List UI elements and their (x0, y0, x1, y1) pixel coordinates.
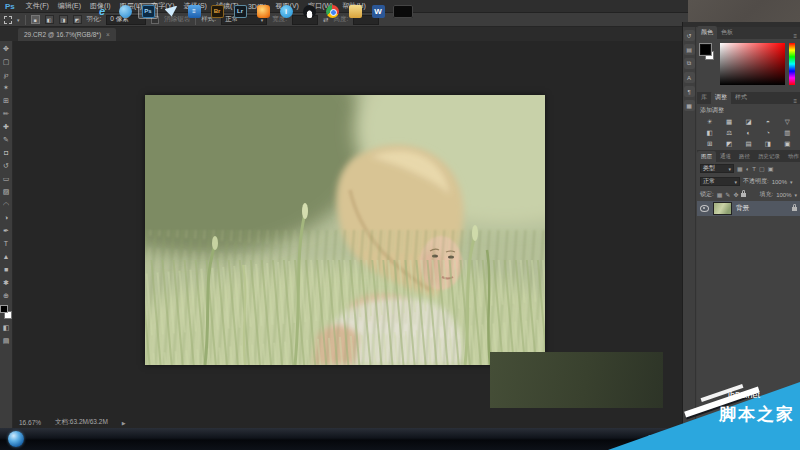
photoshop-icon[interactable]: Ps (138, 3, 158, 19)
character-panel-icon[interactable]: A (684, 72, 695, 83)
chrome-icon[interactable] (322, 3, 342, 19)
gradient-tool[interactable]: ▨ (0, 185, 13, 198)
hue-slider[interactable] (789, 43, 795, 85)
hue-saturation-adjustment-icon[interactable]: ◧ (700, 128, 719, 137)
clone-source-panel-icon[interactable]: ⧉ (684, 58, 695, 69)
dodge-tool[interactable]: ◑ (0, 211, 13, 224)
lock-position-icon[interactable]: ✥ (733, 191, 738, 198)
shape-tool[interactable]: ■ (0, 263, 13, 276)
blur-tool[interactable]: ◠ (0, 198, 13, 211)
saturation-field[interactable] (720, 43, 785, 85)
status-menu-arrow-icon[interactable]: ▶ (122, 420, 126, 426)
color-swatches[interactable] (0, 304, 13, 321)
type-tool[interactable]: T (0, 237, 13, 250)
hand-tool[interactable]: ✱ (0, 276, 13, 289)
selection-mode-intersect-button[interactable]: ◩ (73, 15, 82, 24)
posterize-adjustment-icon[interactable]: ▤ (739, 139, 758, 148)
lock-image-icon[interactable]: ✎ (725, 191, 730, 198)
foxmail-icon[interactable] (253, 3, 273, 19)
bridge-icon[interactable]: Br (207, 3, 227, 19)
rectangular-marquee-tool[interactable]: ▢ (0, 55, 13, 68)
menu-file[interactable]: 文件(F) (26, 1, 49, 11)
opacity-value[interactable]: 100% (772, 179, 787, 185)
crop-tool[interactable]: ⊞ (0, 94, 13, 107)
history-panel-icon[interactable]: ↺ (684, 30, 695, 41)
lock-transparency-icon[interactable]: ▦ (717, 191, 723, 198)
preview-window-icon[interactable] (391, 3, 415, 19)
history-brush-tool[interactable]: ↺ (0, 159, 13, 172)
tool-preset-arrow-icon[interactable]: ▾ (17, 17, 20, 23)
threshold-adjustment-icon[interactable]: ◨ (758, 139, 777, 148)
quick-mask-button[interactable]: ◧ (0, 321, 13, 334)
word-icon[interactable]: W (368, 3, 388, 19)
quick-selection-tool[interactable]: ✶ (0, 81, 13, 94)
tab-adjustments[interactable]: 调整 (711, 91, 731, 104)
layer-thumbnail[interactable] (713, 202, 732, 215)
filter-pixel-layers-icon[interactable]: ▦ (737, 165, 743, 172)
color-balance-adjustment-icon[interactable]: ⚖ (719, 128, 738, 137)
pen-tool[interactable]: ✒ (0, 224, 13, 237)
layer-visibility-eye-icon[interactable] (700, 205, 709, 212)
filter-adjustment-layers-icon[interactable]: ◐ (746, 166, 750, 172)
selection-mode-subtract-button[interactable]: ◨ (59, 15, 68, 24)
move-tool[interactable]: ✥ (0, 42, 13, 55)
blend-mode-dropdown[interactable]: 正常 ▾ (700, 177, 740, 186)
ie-icon[interactable]: e (92, 3, 112, 19)
selection-mode-new-button[interactable]: ■ (31, 15, 40, 24)
healing-brush-tool[interactable]: ✚ (0, 120, 13, 133)
close-tab-icon[interactable]: × (106, 31, 110, 38)
screen-mode-button[interactable]: ▤ (0, 334, 13, 347)
layer-filter-kind-dropdown[interactable]: 类型 ▾ (700, 164, 734, 173)
start-button[interactable] (8, 431, 24, 447)
invert-adjustment-icon[interactable]: ◩ (719, 139, 738, 148)
tab-color[interactable]: 颜色 (697, 26, 717, 39)
tab-styles[interactable]: 样式 (731, 91, 751, 104)
zoom-tool[interactable]: ⊕ (0, 289, 13, 302)
brush-tool[interactable]: ✎ (0, 133, 13, 146)
channel-mixer-adjustment-icon[interactable]: ▥ (778, 128, 797, 137)
gradient-map-adjustment-icon[interactable]: ▣ (778, 139, 797, 148)
filter-shape-layers-icon[interactable]: ▢ (759, 165, 765, 172)
exposure-adjustment-icon[interactable]: ◓ (758, 117, 777, 126)
tab-paths[interactable]: 路径 (735, 151, 754, 162)
canvas-area[interactable]: 16.67% 文档:63.2M/63.2M ▶ (13, 41, 682, 428)
layer-row-background[interactable]: 背景 (697, 201, 800, 216)
selection-mode-add-button[interactable]: ◧ (45, 15, 54, 24)
filter-smart-objects-icon[interactable]: ▣ (768, 165, 774, 172)
vibrance-adjustment-icon[interactable]: ▽ (778, 117, 797, 126)
lightroom-icon[interactable]: Lr (230, 3, 250, 19)
properties-panel-icon[interactable]: ▤ (684, 44, 695, 55)
path-selection-tool[interactable]: ▲ (0, 250, 13, 263)
clone-stamp-tool[interactable]: ◘ (0, 146, 13, 159)
menu-edit[interactable]: 编辑(E) (58, 1, 81, 11)
video-player-icon[interactable]: ≡ (184, 3, 204, 19)
eraser-tool[interactable]: ▭ (0, 172, 13, 185)
black-white-adjustment-icon[interactable]: ◐ (739, 128, 758, 137)
paragraph-panel-icon[interactable]: ¶ (684, 86, 695, 97)
document-tab[interactable]: 29.CR2 @ 16.7%(RGB/8*) × (18, 28, 116, 41)
active-tool-marquee-icon[interactable] (4, 16, 12, 24)
foreground-color-swatch[interactable] (700, 44, 711, 55)
qq-icon[interactable] (299, 3, 319, 19)
filter-type-layers-icon[interactable]: T (752, 166, 756, 172)
brightness-contrast-adjustment-icon[interactable]: ☀ (700, 117, 719, 126)
tab-libraries[interactable]: 库 (697, 91, 711, 104)
photo-canvas[interactable] (145, 95, 545, 365)
curves-adjustment-icon[interactable]: ◪ (739, 117, 758, 126)
tab-actions[interactable]: 动作 (784, 151, 800, 162)
thunder-icon[interactable] (161, 3, 181, 19)
fill-value[interactable]: 100% (776, 192, 791, 198)
timeline-panel-icon[interactable]: ▦ (684, 100, 695, 111)
color-lookup-adjustment-icon[interactable]: ⊞ (700, 139, 719, 148)
lasso-tool[interactable]: ℘ (0, 68, 13, 81)
eyedropper-tool[interactable]: ✏ (0, 107, 13, 120)
tab-history[interactable]: 历史记录 (754, 151, 784, 162)
tab-channels[interactable]: 通道 (716, 151, 735, 162)
levels-adjustment-icon[interactable]: ▦ (719, 117, 738, 126)
maxthon-icon[interactable] (115, 3, 135, 19)
tab-layers[interactable]: 图层 (697, 151, 716, 162)
explorer-icon[interactable] (345, 3, 365, 19)
photo-filter-adjustment-icon[interactable]: ◔ (758, 128, 777, 137)
iqiyi-icon[interactable]: i (276, 3, 296, 19)
zoom-level[interactable]: 16.67% (19, 419, 41, 426)
